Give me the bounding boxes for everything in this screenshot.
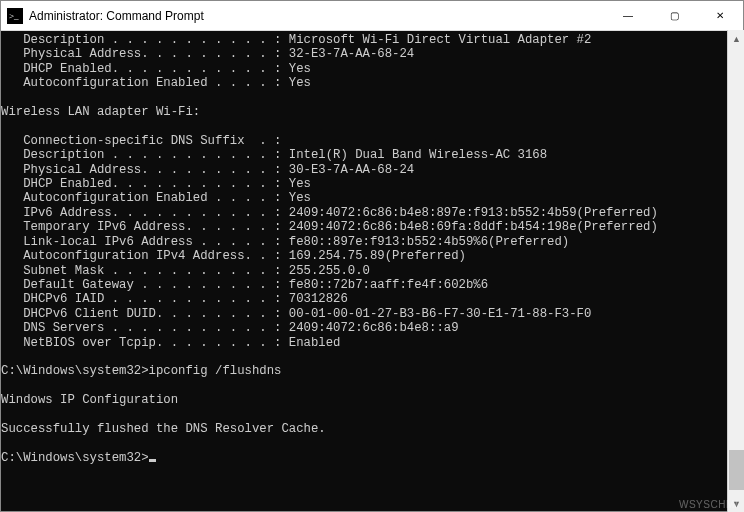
maximize-button[interactable]: ▢	[651, 1, 697, 30]
section-header: Wireless LAN adapter Wi-Fi:	[1, 105, 200, 119]
scroll-thumb[interactable]	[729, 450, 744, 490]
line: IPv6 Address. . . . . . . . . . . : 2409…	[1, 206, 658, 220]
cursor	[149, 459, 156, 462]
line: DHCP Enabled. . . . . . . . . . . : Yes	[1, 62, 311, 76]
output-line: Windows IP Configuration	[1, 393, 178, 407]
cmd-window: >_ Administrator: Command Prompt — ▢ ✕ D…	[0, 0, 744, 512]
prompt-path: C:\Windows\system32>	[1, 451, 149, 465]
line: Link-local IPv6 Address . . . . . : fe80…	[1, 235, 569, 249]
line: Autoconfiguration Enabled . . . . : Yes	[1, 191, 311, 205]
minimize-button[interactable]: —	[605, 1, 651, 30]
vertical-scrollbar[interactable]: ▲ ▼	[727, 30, 744, 512]
watermark: WSYSCHM/	[679, 499, 738, 510]
window-title: Administrator: Command Prompt	[29, 9, 605, 23]
close-button[interactable]: ✕	[697, 1, 743, 30]
line: Default Gateway . . . . . . . . . : fe80…	[1, 278, 488, 292]
line: NetBIOS over Tcpip. . . . . . . . : Enab…	[1, 336, 340, 350]
prompt-line: C:\Windows\system32>ipconfig /flushdns	[1, 364, 281, 378]
line: Autoconfiguration IPv4 Address. . : 169.…	[1, 249, 466, 263]
line: Connection-specific DNS Suffix . :	[1, 134, 281, 148]
line: DHCPv6 Client DUID. . . . . . . . : 00-0…	[1, 307, 591, 321]
line: Description . . . . . . . . . . . : Inte…	[1, 148, 547, 162]
prompt-line: C:\Windows\system32>	[1, 451, 156, 465]
line: Subnet Mask . . . . . . . . . . . : 255.…	[1, 264, 370, 278]
cmd-icon: >_	[7, 8, 23, 24]
window-controls: — ▢ ✕	[605, 1, 743, 30]
prompt-path: C:\Windows\system32>	[1, 364, 149, 378]
terminal-output[interactable]: Description . . . . . . . . . . . : Micr…	[1, 31, 743, 511]
output-line: Successfully flushed the DNS Resolver Ca…	[1, 422, 326, 436]
command-text: ipconfig /flushdns	[149, 364, 282, 378]
line: DHCPv6 IAID . . . . . . . . . . . : 7031…	[1, 292, 348, 306]
line: Physical Address. . . . . . . . . : 32-E…	[1, 47, 414, 61]
scroll-up-arrow[interactable]: ▲	[728, 30, 744, 47]
line: Autoconfiguration Enabled . . . . : Yes	[1, 76, 311, 90]
svg-text:>_: >_	[9, 11, 19, 21]
titlebar[interactable]: >_ Administrator: Command Prompt — ▢ ✕	[1, 1, 743, 31]
line: DHCP Enabled. . . . . . . . . . . : Yes	[1, 177, 311, 191]
line: Physical Address. . . . . . . . . : 30-E…	[1, 163, 414, 177]
line: DNS Servers . . . . . . . . . . . : 2409…	[1, 321, 459, 335]
line: Temporary IPv6 Address. . . . . . : 2409…	[1, 220, 658, 234]
line: Description . . . . . . . . . . . : Micr…	[1, 33, 591, 47]
